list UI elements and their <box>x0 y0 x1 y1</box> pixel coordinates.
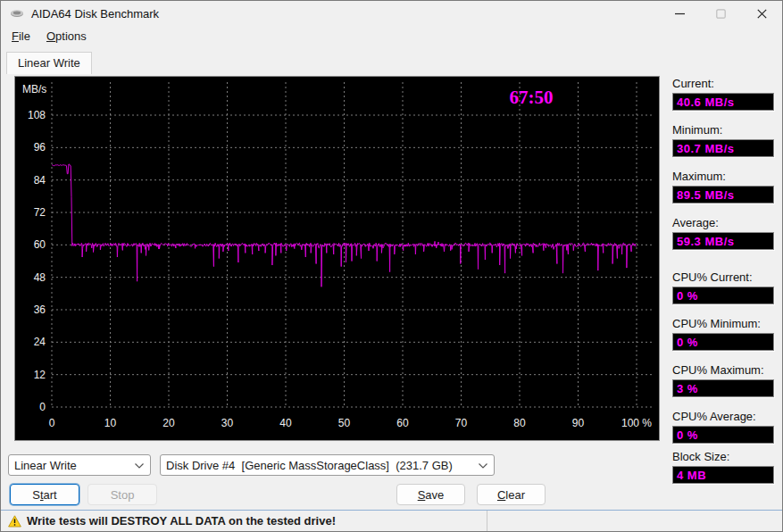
stat-value-cpu-average: 0 % <box>673 428 698 442</box>
svg-text:10: 10 <box>104 417 117 429</box>
warning-icon <box>8 515 21 528</box>
stat-box-maximum: 89.5 MB/s <box>672 186 774 204</box>
stat-box-cpu-current: 0 % <box>672 287 774 304</box>
stat-value-cpu-minimum: 0 % <box>673 336 698 349</box>
stat-value-minimum: 30.7 MB/s <box>673 142 734 155</box>
test-type-value: Linear Write <box>14 459 134 472</box>
clear-label-post: lear <box>505 488 525 502</box>
stat-label-cpu-maximum: CPU% Maximum: <box>672 363 774 378</box>
stat-label-average: Average: <box>672 216 774 230</box>
svg-text:40: 40 <box>279 417 292 429</box>
menu-file-accel: F <box>12 29 19 43</box>
svg-text:12: 12 <box>34 369 46 381</box>
status-warning-text: Write tests will DESTROY ALL DATA on the… <box>27 514 336 528</box>
menu-options-accel: O <box>46 29 55 43</box>
save-button[interactable]: Save <box>396 484 465 505</box>
tab-strip: Linear Write <box>6 52 92 74</box>
svg-text:36: 36 <box>34 303 46 316</box>
menu-file[interactable]: File <box>4 28 37 45</box>
menu-options-rest: ptions <box>55 29 87 43</box>
tab-label: Linear Write <box>18 56 80 70</box>
stat-box-average: 59.3 MB/s <box>672 232 774 250</box>
stat-label-minimum: Minimum: <box>672 123 774 137</box>
stat-value-cpu-maximum: 3 % <box>673 382 698 395</box>
stop-label: Stop <box>111 488 135 502</box>
stat-label-cpu-current: CPU% Current: <box>672 270 774 285</box>
stats-panel: Current: 40.6 MB/s Minimum: 30.7 MB/s Ma… <box>672 77 774 484</box>
clear-label-accel: C <box>497 488 505 502</box>
stat-value-block-size: 4 MB <box>673 469 706 482</box>
svg-text:30: 30 <box>221 417 234 429</box>
svg-text:MB/s: MB/s <box>22 83 46 96</box>
svg-text:100 %: 100 % <box>621 417 652 429</box>
chevron-down-icon <box>134 459 145 472</box>
title-bar: AIDA64 Disk Benchmark <box>1 1 782 26</box>
start-label-post: art <box>44 488 57 502</box>
drive-select-value: Disk Drive #4 [Generic MassStorageClass]… <box>166 459 478 472</box>
menu-options[interactable]: Options <box>39 28 94 45</box>
stat-box-cpu-minimum: 0 % <box>672 333 774 351</box>
stop-button[interactable]: Stop <box>87 484 157 505</box>
status-panel-warning: Write tests will DESTROY ALL DATA on the… <box>1 511 487 531</box>
menu-bar: File Options <box>1 26 782 47</box>
svg-text:84: 84 <box>34 174 46 187</box>
minimize-button[interactable] <box>659 1 700 26</box>
tab-linear-write[interactable]: Linear Write <box>6 52 92 74</box>
chevron-down-icon <box>478 459 488 472</box>
svg-text:0: 0 <box>39 401 46 413</box>
svg-text:67:50: 67:50 <box>510 87 554 108</box>
svg-text:80: 80 <box>513 417 526 429</box>
close-button[interactable] <box>741 1 782 26</box>
svg-text:60: 60 <box>396 417 409 429</box>
svg-text:72: 72 <box>34 206 46 219</box>
stat-value-maximum: 89.5 MB/s <box>673 188 734 202</box>
test-type-select[interactable]: Linear Write <box>8 454 151 476</box>
stat-box-current: 40.6 MB/s <box>672 93 774 111</box>
save-label-post: ave <box>425 488 444 502</box>
stat-box-cpu-maximum: 3 % <box>672 379 774 397</box>
start-button[interactable]: Start <box>10 484 79 505</box>
stat-value-cpu-current: 0 % <box>673 289 698 303</box>
maximize-button[interactable] <box>700 1 741 26</box>
svg-text:50: 50 <box>338 417 351 429</box>
status-panel-empty <box>487 511 782 531</box>
start-label-pre: S <box>32 488 40 502</box>
svg-text:0: 0 <box>49 417 55 429</box>
status-bar: Write tests will DESTROY ALL DATA on the… <box>1 510 782 531</box>
aida64-disk-benchmark-window: { "window": { "title": "AIDA64 Disk Benc… <box>0 0 783 532</box>
svg-text:48: 48 <box>34 271 46 284</box>
stat-box-minimum: 30.7 MB/s <box>672 139 774 157</box>
stat-label-maximum: Maximum: <box>672 170 774 184</box>
clear-button[interactable]: Clear <box>477 484 546 505</box>
stat-value-current: 40.6 MB/s <box>673 96 734 109</box>
benchmark-chart-svg: MB/s012243648607284961080102030405060708… <box>15 77 659 440</box>
svg-text:96: 96 <box>34 141 46 154</box>
app-disk-icon <box>10 6 24 21</box>
stat-box-cpu-average: 0 % <box>672 426 774 444</box>
svg-text:60: 60 <box>34 238 46 251</box>
stat-label-cpu-average: CPU% Average: <box>672 410 774 424</box>
svg-text:108: 108 <box>28 109 46 121</box>
svg-text:24: 24 <box>34 336 46 348</box>
benchmark-chart: MB/s012243648607284961080102030405060708… <box>15 77 659 440</box>
window-title: AIDA64 Disk Benchmark <box>31 7 659 21</box>
menu-file-rest: ile <box>19 29 30 43</box>
stat-value-average: 59.3 MB/s <box>673 235 734 248</box>
stat-label-current: Current: <box>672 77 774 91</box>
stat-label-block-size: Block Size: <box>672 450 774 464</box>
svg-text:20: 20 <box>162 417 175 429</box>
stat-box-block-size: 4 MB <box>672 466 774 484</box>
drive-select[interactable]: Disk Drive #4 [Generic MassStorageClass]… <box>160 454 495 476</box>
stat-label-cpu-minimum: CPU% Minimum: <box>672 317 774 331</box>
svg-text:70: 70 <box>455 417 468 429</box>
svg-text:90: 90 <box>572 417 585 429</box>
